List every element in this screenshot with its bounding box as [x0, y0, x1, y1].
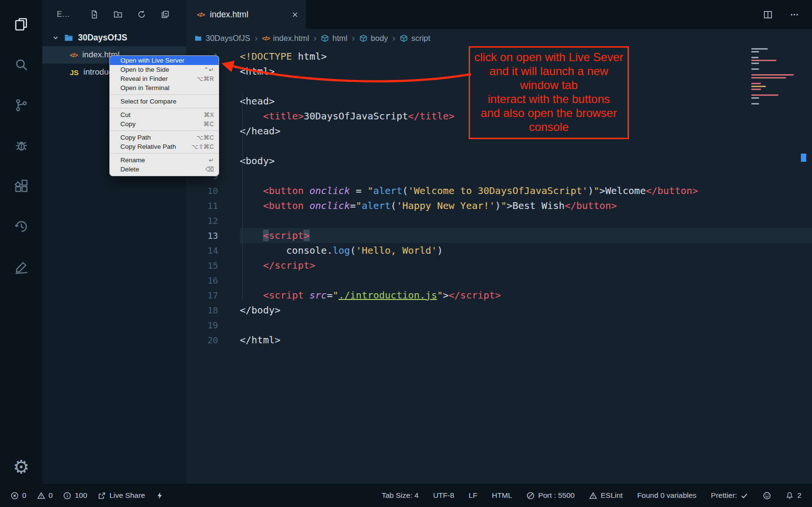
tree-folder-30daysofjs[interactable]: 30DaysOfJS [42, 29, 186, 46]
menu-item-shortcut: ⌘X [204, 111, 214, 118]
code-line-16[interactable]: 16 [186, 273, 812, 288]
status-tab-size[interactable]: Tab Size: 4 [381, 491, 419, 500]
warning-triangle-icon [37, 492, 45, 500]
status-encoding[interactable]: UTF-8 [433, 491, 454, 500]
symbol-icon [400, 34, 408, 42]
new-file-icon[interactable] [90, 10, 99, 19]
code-line-14[interactable]: 14 console.log('Hello, World') [186, 243, 812, 258]
code-line-13[interactable]: 13 <script> [186, 228, 812, 243]
breadcrumb-item-30daysofjs[interactable]: 30DaysOfJS [194, 34, 250, 43]
breadcrumb-item-index-html[interactable]: </>index.html [262, 34, 309, 43]
status-prettier[interactable]: Prettier: [711, 491, 748, 500]
menu-item-label: Rename [120, 156, 145, 164]
code-line-10[interactable]: 10 <button onclick = "alert('Welcome to … [186, 183, 812, 198]
status-warnings[interactable]: 0 [37, 491, 53, 500]
activity-settings[interactable]: ⚙ [0, 450, 42, 484]
menu-item-select-for-compare[interactable]: Select for Compare [110, 97, 219, 106]
breadcrumb-item-script[interactable]: script [400, 34, 430, 43]
menu-item-copy-path[interactable]: Copy Path⌥⌘C [110, 133, 219, 142]
menu-item-cut[interactable]: Cut⌘X [110, 110, 219, 119]
code-token: </button> [646, 185, 698, 196]
code-line-9[interactable]: 9 [186, 169, 812, 183]
status-notifications[interactable]: 2 [786, 491, 801, 500]
menu-item-reveal-in-finder[interactable]: Reveal in Finder⌥⌘R [110, 74, 219, 83]
collapse-all-icon[interactable] [160, 10, 170, 19]
code-token: </script> [449, 289, 501, 301]
breadcrumb-item-body[interactable]: body [359, 34, 388, 43]
activity-extensions[interactable] [0, 167, 42, 207]
minimap-line [751, 68, 759, 70]
git-branch-icon [13, 97, 29, 115]
line-number: 19 [186, 318, 218, 333]
activity-run-debug[interactable] [0, 126, 42, 167]
code-token: 'Welcome to 30DaysOfJavaScript' [408, 185, 588, 196]
code-line-12[interactable]: 12 [186, 213, 812, 228]
code-line-content: <button onclick = "alert('Welcome to 30D… [240, 183, 812, 198]
annotation-line: and also open the browser [470, 106, 628, 120]
editor-actions [763, 0, 812, 29]
menu-item-open-in-terminal[interactable]: Open in Terminal [110, 83, 219, 92]
status-lightning[interactable] [156, 492, 164, 500]
code-line-15[interactable]: 15 </script> [186, 258, 812, 273]
chevron-right-icon: › [255, 33, 258, 43]
line-number: 17 [186, 288, 218, 303]
menu-item-shortcut: ⌘C [203, 120, 214, 128]
code-line-19[interactable]: 19 [186, 318, 812, 333]
activity-source-control[interactable] [0, 86, 42, 126]
menu-item-rename[interactable]: Rename↵ [110, 156, 219, 165]
code-token [240, 185, 263, 196]
menu-item-label: Open to the Side [120, 66, 169, 73]
menu-item-copy-relative-path[interactable]: Copy Relative Path⌥⇧⌘C [110, 142, 219, 151]
code-line-17[interactable]: 17 <script src="./introduction.js"></scr… [186, 288, 812, 303]
error-circle-icon [11, 492, 19, 500]
activity-search[interactable] [0, 45, 42, 86]
code-line-11[interactable]: 11 <button onclick="alert('Happy New Yea… [186, 198, 812, 213]
split-editor-icon[interactable] [763, 10, 773, 20]
code-line-18[interactable]: 18</body> [186, 303, 812, 318]
status-eol[interactable]: LF [469, 491, 477, 500]
status-errors[interactable]: 0 [11, 491, 26, 500]
status-label: 2 [797, 491, 801, 500]
chevron-down-icon [52, 34, 59, 41]
code-line-20[interactable]: 20</html> [186, 333, 812, 348]
code-line-7[interactable]: 7 [186, 139, 812, 154]
breadcrumb-item-html[interactable]: html [321, 34, 347, 43]
code-token: = [350, 200, 356, 211]
menu-item-open-to-the-side[interactable]: Open to the Side⌃↵ [110, 65, 219, 74]
code-token: console [286, 245, 327, 256]
refresh-icon[interactable] [137, 10, 146, 19]
code-token: html> [292, 51, 327, 62]
status-label: UTF-8 [433, 491, 454, 500]
more-actions-icon[interactable] [789, 10, 799, 20]
line-number: 20 [186, 333, 218, 348]
status-feedback[interactable] [763, 492, 771, 500]
new-folder-icon[interactable] [113, 10, 123, 19]
menu-item-label: Open with Live Server [120, 57, 184, 64]
status-eslint[interactable]: ESLint [589, 491, 623, 500]
menu-item-copy[interactable]: Copy⌘C [110, 119, 219, 129]
close-icon[interactable] [291, 11, 299, 19]
code-token: <button [263, 185, 309, 196]
menu-separator [110, 94, 218, 95]
activity-history[interactable] [0, 207, 42, 247]
tab-index-html[interactable]: </> index.html [186, 0, 306, 29]
menu-item-open-with-live-server[interactable]: Open with Live Server [110, 56, 219, 65]
html-file-icon: </> [262, 35, 270, 42]
activity-edit-session[interactable] [0, 247, 42, 288]
status-variables[interactable]: Found 0 variables [637, 491, 696, 500]
indent-guide [242, 93, 243, 300]
minimap[interactable] [751, 48, 799, 106]
minimap-line [751, 48, 768, 50]
code-token: script [269, 230, 303, 241]
code-line-8[interactable]: 8<body> [186, 154, 812, 169]
status-port[interactable]: Port : 5500 [526, 491, 575, 500]
status-language[interactable]: HTML [492, 491, 512, 500]
breadcrumb-label: html [332, 34, 347, 43]
activity-explorer[interactable] [0, 5, 42, 45]
context-menu: Open with Live ServerOpen to the Side⌃↵R… [109, 55, 219, 176]
code-line-content [240, 169, 812, 183]
breadcrumb-label: 30DaysOfJS [206, 34, 250, 43]
status-live-share[interactable]: Live Share [98, 491, 145, 500]
menu-item-delete[interactable]: Delete⌫ [110, 165, 219, 174]
status-info[interactable]: 100 [63, 491, 87, 500]
